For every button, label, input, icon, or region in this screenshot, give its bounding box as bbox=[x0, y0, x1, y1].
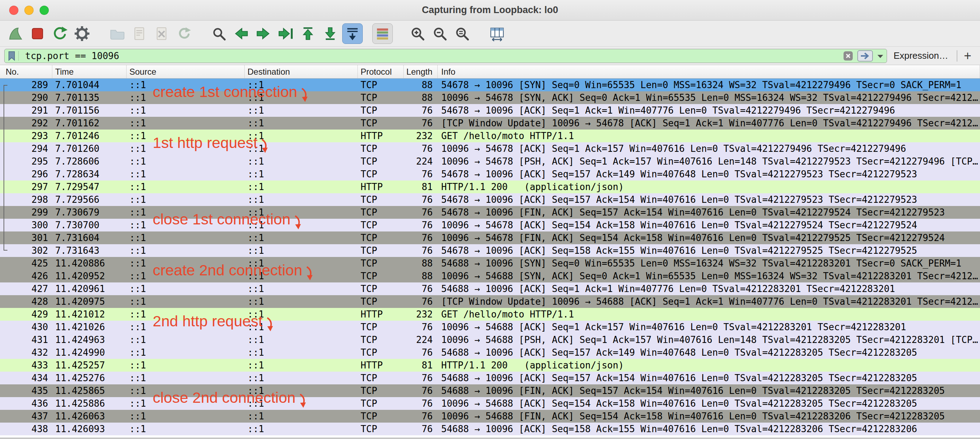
packet-row[interactable]: 291 7.701156 ::1 ::1 TCP 76 54678 → 1009… bbox=[0, 104, 980, 117]
column-header-source[interactable]: Source bbox=[127, 65, 245, 78]
packet-row[interactable]: 432 11.424990 ::1 ::1 TCP 76 54688 → 100… bbox=[0, 346, 980, 359]
close-file-button[interactable] bbox=[151, 23, 172, 44]
packet-no: 434 bbox=[0, 372, 52, 384]
packet-row[interactable]: 297 7.729547 ::1 ::1 HTTP 81 HTTP/1.1 20… bbox=[0, 181, 980, 193]
packet-row[interactable]: 299 7.730679 ::1 ::1 TCP 76 54678 → 1009… bbox=[0, 206, 980, 219]
column-header-time[interactable]: Time bbox=[52, 65, 127, 78]
add-filter-button[interactable]: + bbox=[959, 48, 976, 64]
stop-capture-button[interactable] bbox=[27, 23, 48, 44]
save-file-button[interactable] bbox=[129, 23, 150, 44]
packet-row[interactable]: 430 11.421026 ::1 ::1 TCP 76 10096 → 546… bbox=[0, 321, 980, 333]
packet-row[interactable]: 433 11.425257 ::1 ::1 HTTP 81 HTTP/1.1 2… bbox=[0, 359, 980, 372]
filter-dropdown-icon[interactable] bbox=[876, 50, 885, 62]
packet-row[interactable]: 296 7.728634 ::1 ::1 TCP 76 54678 → 1009… bbox=[0, 168, 980, 181]
packet-row[interactable]: 292 7.701162 ::1 ::1 TCP 76 [TCP Window … bbox=[0, 117, 980, 129]
packet-row[interactable]: 434 11.425276 ::1 ::1 TCP 76 54688 → 100… bbox=[0, 372, 980, 384]
clear-filter-icon[interactable] bbox=[843, 50, 854, 62]
packet-row[interactable]: 290 7.701135 ::1 ::1 TCP 88 10096 → 5467… bbox=[0, 91, 980, 104]
column-header-no[interactable]: No. bbox=[0, 65, 52, 78]
column-header-info[interactable]: Info bbox=[438, 65, 980, 78]
display-filter-field[interactable] bbox=[4, 49, 887, 63]
packet-time: 11.424963 bbox=[52, 333, 127, 346]
packet-row[interactable]: 289 7.701044 ::1 ::1 TCP 88 54678 → 1009… bbox=[0, 78, 980, 91]
packet-protocol: TCP bbox=[358, 244, 404, 257]
zoom-original-button[interactable] bbox=[452, 23, 473, 44]
packet-row[interactable]: 436 11.425886 ::1 ::1 TCP 76 10096 → 546… bbox=[0, 397, 980, 410]
go-forward-button[interactable] bbox=[253, 23, 274, 44]
display-filter-input[interactable] bbox=[25, 51, 843, 61]
go-back-button[interactable] bbox=[231, 23, 251, 44]
packet-row[interactable]: 301 7.731604 ::1 ::1 TCP 76 10096 → 5467… bbox=[0, 232, 980, 244]
window-title: Capturing from Loopback: lo0 bbox=[422, 5, 558, 16]
go-last-packet-button[interactable] bbox=[320, 23, 340, 44]
resize-columns-button[interactable] bbox=[487, 23, 508, 44]
restart-capture-button[interactable] bbox=[49, 23, 70, 44]
capture-options-button[interactable] bbox=[72, 23, 92, 44]
packet-source: ::1 bbox=[127, 206, 245, 219]
packet-row[interactable]: 298 7.729566 ::1 ::1 TCP 76 54678 → 1009… bbox=[0, 193, 980, 206]
packet-row[interactable]: 429 11.421012 ::1 ::1 HTTP 232 GET /hell… bbox=[0, 308, 980, 321]
expression-button[interactable]: Expression… bbox=[893, 50, 948, 61]
packet-source: ::1 bbox=[127, 384, 245, 397]
packet-length: 76 bbox=[404, 321, 438, 333]
packet-destination: ::1 bbox=[245, 346, 358, 359]
apply-filter-icon[interactable] bbox=[858, 50, 873, 62]
go-to-packet-button[interactable] bbox=[275, 23, 296, 44]
packet-source: ::1 bbox=[127, 359, 245, 372]
packet-row[interactable]: 302 7.731643 ::1 ::1 TCP 76 54678 → 1009… bbox=[0, 244, 980, 257]
packet-length: 76 bbox=[404, 295, 438, 308]
packet-protocol: TCP bbox=[358, 117, 404, 129]
packet-source: ::1 bbox=[127, 423, 245, 435]
packet-destination: ::1 bbox=[245, 206, 358, 219]
reload-file-button[interactable] bbox=[173, 23, 194, 44]
zoom-window-button[interactable] bbox=[40, 6, 49, 15]
open-file-button[interactable] bbox=[107, 23, 127, 44]
packet-row[interactable]: 437 11.426063 ::1 ::1 TCP 76 10096 → 546… bbox=[0, 410, 980, 423]
close-window-button[interactable] bbox=[9, 6, 18, 15]
minimize-window-button[interactable] bbox=[24, 6, 33, 15]
packet-row[interactable]: 425 11.420886 ::1 ::1 TCP 88 54688 → 100… bbox=[0, 257, 980, 270]
auto-scroll-button[interactable] bbox=[342, 23, 363, 44]
packet-row[interactable]: 435 11.425865 ::1 ::1 TCP 76 54688 → 100… bbox=[0, 384, 980, 397]
packet-source: ::1 bbox=[127, 295, 245, 308]
resize-columns-icon bbox=[489, 26, 505, 42]
start-capture-button[interactable] bbox=[5, 23, 25, 44]
column-header-destination[interactable]: Destination bbox=[245, 65, 358, 78]
zoom-out-icon bbox=[432, 26, 448, 42]
packet-row[interactable]: 426 11.420952 ::1 ::1 TCP 88 10096 → 546… bbox=[0, 270, 980, 283]
packet-no: 432 bbox=[0, 346, 52, 359]
packet-row[interactable]: 428 11.420975 ::1 ::1 TCP 76 [TCP Window… bbox=[0, 295, 980, 308]
packet-source: ::1 bbox=[127, 104, 245, 117]
column-header-length[interactable]: Length bbox=[404, 65, 438, 78]
stop-square-icon bbox=[29, 26, 46, 42]
packet-time: 11.426063 bbox=[52, 410, 127, 423]
packet-time: 11.420975 bbox=[52, 295, 127, 308]
packet-time: 7.701156 bbox=[52, 104, 127, 117]
packet-no: 294 bbox=[0, 142, 52, 155]
document-icon bbox=[131, 26, 148, 42]
packet-row[interactable]: 294 7.701260 ::1 ::1 TCP 76 10096 → 5467… bbox=[0, 142, 980, 155]
packet-no: 299 bbox=[0, 206, 52, 219]
filter-bookmark-icon[interactable] bbox=[6, 50, 17, 62]
packet-protocol: TCP bbox=[358, 423, 404, 435]
packet-time: 11.420886 bbox=[52, 257, 127, 270]
zoom-in-button[interactable] bbox=[407, 23, 428, 44]
packet-row[interactable]: 295 7.728606 ::1 ::1 TCP 224 10096 → 546… bbox=[0, 155, 980, 168]
packet-protocol: TCP bbox=[358, 206, 404, 219]
packet-row[interactable]: 293 7.701246 ::1 ::1 HTTP 232 GET /hello… bbox=[0, 129, 980, 142]
packet-info: 54688 → 10096 [ACK] Seq=157 Ack=154 Win=… bbox=[438, 372, 980, 384]
packet-row[interactable]: 438 11.426093 ::1 ::1 TCP 76 54688 → 100… bbox=[0, 423, 980, 435]
column-header-protocol[interactable]: Protocol bbox=[358, 65, 404, 78]
go-first-packet-button[interactable] bbox=[298, 23, 318, 44]
packet-destination: ::1 bbox=[245, 308, 358, 321]
colorize-button[interactable] bbox=[372, 23, 393, 44]
packet-row[interactable]: 431 11.424963 ::1 ::1 TCP 224 10096 → 54… bbox=[0, 333, 980, 346]
find-packet-button[interactable] bbox=[208, 23, 229, 44]
titlebar[interactable]: Capturing from Loopback: lo0 bbox=[0, 0, 980, 21]
packet-row[interactable]: 300 7.730700 ::1 ::1 TCP 76 10096 → 5467… bbox=[0, 219, 980, 232]
zoom-out-button[interactable] bbox=[430, 23, 450, 44]
packet-row[interactable]: 427 11.420961 ::1 ::1 TCP 76 54688 → 100… bbox=[0, 283, 980, 295]
packet-time: 7.701260 bbox=[52, 142, 127, 155]
packet-protocol: TCP bbox=[358, 232, 404, 244]
packet-info: 10096 → 54688 [SYN, ACK] Seq=0 Ack=1 Win… bbox=[438, 270, 980, 283]
